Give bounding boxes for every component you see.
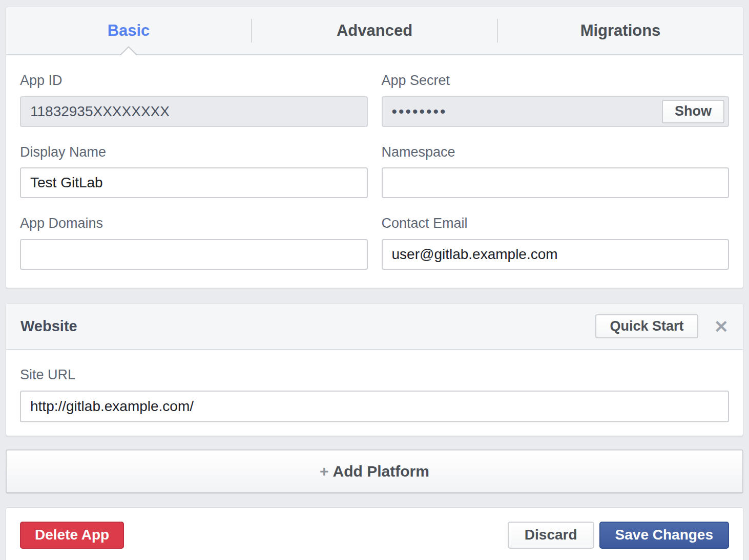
app-id-input xyxy=(20,96,368,127)
quick-start-button[interactable]: Quick Start xyxy=(595,314,698,338)
show-secret-button[interactable]: Show xyxy=(662,100,724,123)
delete-app-button[interactable]: Delete App xyxy=(20,522,124,549)
website-platform-header: Website Quick Start ✕ xyxy=(6,304,743,350)
contact-email-input[interactable] xyxy=(382,239,730,270)
app-domains-input[interactable] xyxy=(20,239,368,270)
site-url-input[interactable] xyxy=(20,391,729,422)
app-id-field-group: App ID xyxy=(20,73,368,127)
app-domains-field-group: App Domains xyxy=(20,216,368,270)
remove-platform-icon[interactable]: ✕ xyxy=(714,318,729,335)
website-platform-card: Website Quick Start ✕ Site URL xyxy=(6,303,743,436)
app-id-label: App ID xyxy=(20,73,368,89)
display-name-field-group: Display Name xyxy=(20,145,368,199)
add-platform-label: Add Platform xyxy=(333,463,429,480)
website-platform-body: Site URL xyxy=(6,350,743,436)
namespace-input[interactable] xyxy=(382,167,730,198)
discard-button[interactable]: Discard xyxy=(508,522,594,549)
add-platform-button[interactable]: +Add Platform xyxy=(6,449,743,493)
display-name-input[interactable] xyxy=(20,167,368,198)
app-domains-label: App Domains xyxy=(20,216,368,231)
tab-advanced-label: Advanced xyxy=(337,21,412,40)
basic-settings-form: App ID App Secret Show Display Name Name… xyxy=(6,55,743,288)
tab-basic[interactable]: Basic xyxy=(6,7,251,54)
tab-migrations-label: Migrations xyxy=(580,21,661,40)
app-settings-page: Basic Advanced Migrations App ID App Sec… xyxy=(0,7,749,560)
tab-migrations[interactable]: Migrations xyxy=(498,7,743,54)
save-changes-button[interactable]: Save Changes xyxy=(599,522,729,549)
website-platform-title: Website xyxy=(20,318,77,335)
app-secret-field-group: App Secret Show xyxy=(382,73,730,127)
site-url-label: Site URL xyxy=(20,368,729,383)
settings-tab-bar: Basic Advanced Migrations xyxy=(6,7,743,55)
plus-icon: + xyxy=(320,463,329,480)
app-secret-input-wrap: Show xyxy=(382,96,730,127)
footer-right-actions: Discard Save Changes xyxy=(508,522,729,549)
namespace-field-group: Namespace xyxy=(382,145,730,199)
tab-basic-label: Basic xyxy=(108,21,150,40)
app-secret-label: App Secret xyxy=(382,73,730,89)
contact-email-label: Contact Email xyxy=(382,216,730,231)
tab-advanced[interactable]: Advanced xyxy=(252,7,497,54)
namespace-label: Namespace xyxy=(382,145,730,160)
display-name-label: Display Name xyxy=(20,145,368,160)
site-url-field-group: Site URL xyxy=(20,368,729,422)
contact-email-field-group: Contact Email xyxy=(382,216,730,270)
footer-actions-card: Delete App Discard Save Changes xyxy=(6,507,743,560)
basic-settings-card: Basic Advanced Migrations App ID App Sec… xyxy=(6,7,743,288)
